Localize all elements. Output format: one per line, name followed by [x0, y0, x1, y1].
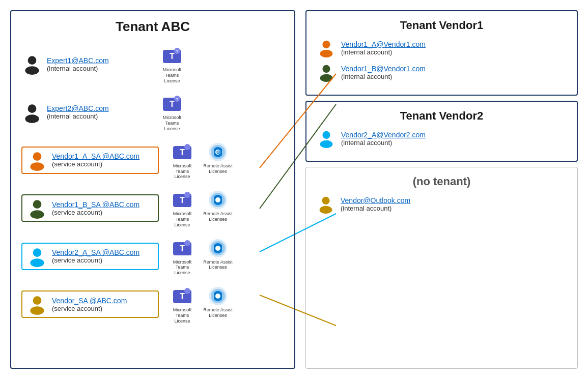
svg-text:T: T	[176, 49, 179, 54]
svg-point-49	[322, 41, 330, 48]
vendor-sa-email[interactable]: Vendor_SA @ABC.com	[52, 297, 154, 305]
svg-text:T: T	[180, 196, 185, 205]
vendor-sa-type: (service account)	[52, 305, 154, 312]
tenant-abc-panel: Tenant ABC Expert1@ABC.com (internal acc…	[10, 10, 295, 369]
vendor-outlook-icon	[316, 194, 335, 214]
expert2-info: Expert2@ABC.com (internal account)	[47, 104, 149, 120]
tenant-vendor2-panel: Tenant Vendor2 Vendor2_A@Vendor2.com (in…	[305, 101, 578, 162]
svg-point-37	[184, 240, 190, 246]
vendor-sa-info: Vendor_SA @ABC.com (service account)	[52, 297, 154, 312]
svg-point-45	[184, 288, 190, 294]
svg-text:T: T	[180, 292, 185, 301]
expert1-email[interactable]: Expert1@ABC.com	[47, 56, 149, 65]
svg-text:T: T	[170, 52, 175, 61]
svg-point-34	[30, 258, 44, 267]
vendor1b-sa-type: (service account)	[52, 209, 154, 216]
tenant-vendor1-panel: Tenant Vendor1 Vendor1_A@Vendor1.com (in…	[305, 10, 578, 96]
svg-point-33	[33, 248, 42, 257]
svg-point-52	[320, 74, 333, 82]
svg-text:T: T	[180, 148, 185, 157]
svg-point-42	[30, 306, 44, 315]
expert2-licenses: T T Microsoft TeamsLicense	[157, 93, 187, 131]
vendor1a-sa-info: Vendor1_A_SA @ABC.com (service account)	[52, 152, 154, 168]
vendor1a-sa-email[interactable]: Vendor1_A_SA @ABC.com	[52, 152, 154, 160]
svg-text:⚙: ⚙	[216, 150, 220, 155]
vendor2a-sa-icon	[26, 246, 48, 267]
svg-text:T: T	[176, 97, 179, 102]
vendor-outlook-type: (internal account)	[341, 205, 410, 212]
vendor1b-sa-email[interactable]: Vendor1_B_SA @ABC.com	[52, 200, 154, 209]
vendor-teams-license: T Microsoft TeamsLicense	[167, 285, 198, 324]
vendor-outlook-row: Vendor@Outlook.com (internal account)	[316, 194, 567, 214]
svg-point-41	[33, 296, 42, 305]
svg-point-25	[33, 200, 42, 209]
svg-point-16	[33, 152, 42, 161]
svg-point-55	[322, 197, 329, 205]
vendor1a-info: Vendor1_A@Vendor1.com (internal account)	[341, 40, 426, 56]
tenant-abc-title: Tenant ABC	[21, 19, 284, 35]
expert2-teams-license: T T Microsoft TeamsLicense	[157, 93, 187, 131]
expert2-row: Expert2@ABC.com (internal account) T T M…	[21, 93, 284, 131]
svg-point-20	[184, 144, 190, 150]
expert2-email[interactable]: Expert2@ABC.com	[47, 104, 149, 112]
vendor2a-sa-licenses: T Microsoft TeamsLicense Remote AssistLi…	[167, 237, 233, 276]
vendor2a-sa-info: Vendor2_A_SA @ABC.com (service account)	[52, 248, 154, 264]
tenant-vendor1-title: Tenant Vendor1	[317, 19, 567, 32]
no-tenant-panel: (no tenant) Vendor@Outlook.com (internal…	[305, 167, 578, 369]
vendor1a-email[interactable]: Vendor1_A@Vendor1.com	[341, 40, 426, 48]
expert1-teams-license: T T Microsoft TeamsLicense	[157, 45, 187, 83]
svg-point-17	[30, 162, 44, 171]
svg-point-50	[320, 50, 333, 57]
vendor2a-teams-license: T Microsoft TeamsLicense	[167, 237, 198, 276]
vendor2a-email[interactable]: Vendor2_A@Vendor2.com	[341, 131, 426, 139]
vendor1a-teams-license: T Microsoft TeamsLicense	[167, 141, 198, 180]
vendor1a-sa-icon	[26, 150, 48, 171]
vendor2a-row: Vendor2_A@Vendor2.com (internal account)	[317, 129, 567, 148]
vendor1b-remote-license: Remote AssistLicenses	[203, 189, 233, 222]
svg-point-53	[322, 131, 330, 139]
vendor-outlook-email[interactable]: Vendor@Outlook.com	[341, 196, 410, 205]
vendor1a-remote-license: ⚙ Remote AssistLicenses	[203, 141, 233, 174]
vendor2a-type: (internal account)	[341, 139, 426, 147]
vendor2a-sa-row: Vendor2_A_SA @ABC.com (service account) …	[21, 237, 284, 276]
svg-point-11	[25, 114, 39, 123]
svg-point-48	[215, 294, 220, 299]
vendor1a-sa-box: Vendor1_A_SA @ABC.com (service account)	[21, 147, 159, 174]
vendor1b-teams-license: T Microsoft TeamsLicense	[167, 189, 198, 227]
svg-text:T: T	[170, 100, 175, 108]
vendor1b-row: Vendor1_B@Vendor1.com (internal account)	[317, 63, 567, 82]
vendor1b-icon	[317, 63, 336, 82]
vendor1a-sa-row: Vendor1_A_SA @ABC.com (service account) …	[21, 141, 284, 180]
expert1-row: Expert1@ABC.com (internal account) T T M…	[21, 45, 284, 83]
vendor-sa-box: Vendor_SA @ABC.com (service account)	[21, 290, 159, 318]
svg-point-40	[215, 246, 220, 251]
vendor2a-info: Vendor2_A@Vendor2.com (internal account)	[341, 131, 426, 147]
svg-point-56	[320, 206, 332, 214]
vendor1b-sa-info: Vendor1_B_SA @ABC.com (service account)	[52, 200, 154, 216]
vendor1a-row: Vendor1_A@Vendor1.com (internal account)	[317, 38, 567, 57]
vendor2a-sa-box: Vendor2_A_SA @ABC.com (service account)	[21, 243, 159, 270]
vendor1b-email[interactable]: Vendor1_B@Vendor1.com	[341, 65, 426, 73]
tenant-vendor2-title: Tenant Vendor2	[317, 109, 567, 123]
svg-point-51	[322, 65, 330, 73]
right-panels: Tenant Vendor1 Vendor1_A@Vendor1.com (in…	[305, 10, 578, 369]
vendor1a-icon	[317, 38, 336, 57]
vendor-outlook-info: Vendor@Outlook.com (internal account)	[341, 196, 410, 212]
vendor2a-sa-email[interactable]: Vendor2_A_SA @ABC.com	[52, 248, 154, 256]
expert1-info: Expert1@ABC.com (internal account)	[47, 56, 149, 72]
svg-point-10	[28, 104, 37, 113]
expert1-type: (internal account)	[47, 65, 149, 72]
expert2-type: (internal account)	[47, 112, 149, 120]
svg-point-26	[30, 211, 44, 219]
vendor-sa-row: Vendor_SA @ABC.com (service account) T M…	[21, 285, 284, 324]
vendor1a-type: (internal account)	[341, 48, 426, 56]
svg-point-32	[215, 197, 220, 202]
vendor2a-remote-license: Remote AssistLicenses	[203, 237, 233, 271]
vendor1b-type: (internal account)	[341, 73, 426, 80]
vendor1b-sa-licenses: T Microsoft TeamsLicense Remote AssistLi…	[167, 189, 233, 227]
svg-point-5	[25, 66, 39, 75]
expert1-licenses: T T Microsoft TeamsLicense	[157, 45, 187, 83]
vendor1a-sa-licenses: T Microsoft TeamsLicense ⚙ Remote Assist…	[167, 141, 233, 180]
vendor1b-sa-box: Vendor1_B_SA @ABC.com (service account)	[21, 194, 159, 222]
vendor1b-sa-icon	[26, 197, 48, 219]
